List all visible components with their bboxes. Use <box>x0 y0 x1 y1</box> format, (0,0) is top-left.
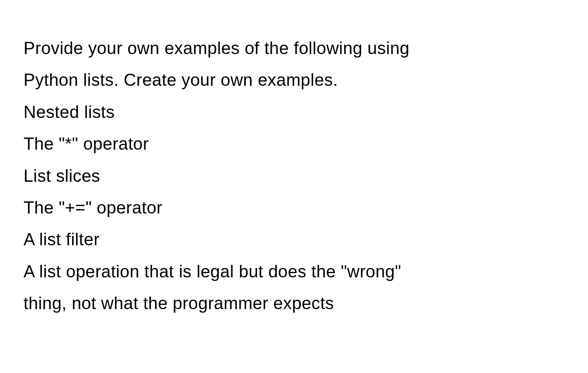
instruction-line-2: Python lists. Create your own examples. <box>24 64 564 96</box>
topic-plus-equals-operator: The "+=" operator <box>24 192 564 223</box>
topic-wrong-operation-line-2: thing, not what the programmer expects <box>24 287 564 319</box>
instruction-line-1: Provide your own examples of the followi… <box>24 32 564 64</box>
document-page: Provide your own examples of the followi… <box>0 0 588 373</box>
topic-star-operator: The "*" operator <box>24 128 564 159</box>
topic-list-slices: List slices <box>24 160 564 192</box>
topic-wrong-operation-line-1: A list operation that is legal but does … <box>24 255 564 287</box>
topic-nested-lists: Nested lists <box>24 96 564 128</box>
topic-list-filter: A list filter <box>24 223 564 255</box>
